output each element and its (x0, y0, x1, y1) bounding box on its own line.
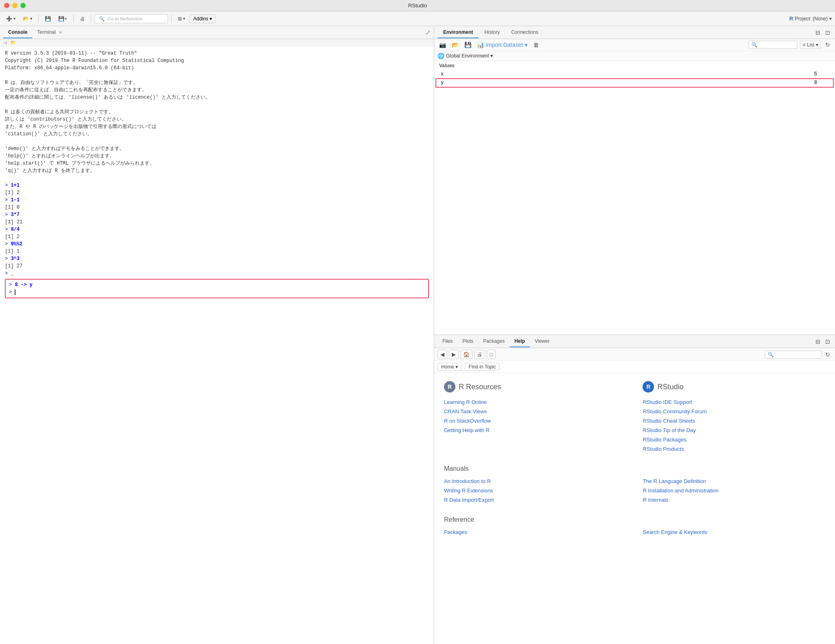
separator-4 (171, 15, 172, 23)
jp-line-11: 'q()' と入力すれば R を終了します。 (5, 167, 429, 174)
cheat-sheets-link[interactable]: RStudio Cheat Sheets (643, 418, 825, 424)
import-icon: 📊 (477, 42, 484, 48)
result-8/4: [1] 2 (5, 233, 429, 240)
forward-button[interactable]: ▶ (449, 350, 459, 359)
export-button[interactable]: □ (487, 350, 496, 359)
tip-of-day-link[interactable]: RStudio Tip of the Day (643, 427, 825, 433)
console-maximize-icon[interactable]: ⤢ (425, 29, 431, 36)
env-snapshot-icon[interactable]: 📷 (437, 41, 448, 49)
intro-r-link[interactable]: An Introduction to R (444, 478, 627, 484)
find-in-topic-button[interactable]: Find in Topic (465, 363, 499, 371)
manuals-right-title (643, 465, 825, 472)
var-x-name: x (436, 70, 573, 79)
variable-y-row: y 8 (436, 79, 833, 87)
env-maximize-icon[interactable]: ⊡ (824, 29, 832, 37)
ide-support-link[interactable]: RStudio IDE Support (643, 399, 825, 405)
main-layout: Console Terminal ✕ ⤢ ~/ 📁 R version 3.5.… (0, 26, 835, 644)
env-open-icon[interactable]: 📂 (450, 41, 460, 49)
save-all-button[interactable]: 💾+ (55, 14, 70, 23)
console-path: ~/ 📁 (0, 39, 434, 46)
env-toolbar: 📷 📂 💾 📊 Import Dataset ▾ 🗑 ≡ List ▾ ↻ (434, 39, 835, 51)
help-maximize-icon[interactable]: ⊡ (824, 337, 832, 346)
project-selector[interactable]: R Project: (None) ▾ (789, 15, 832, 22)
working-dir: ~/ (3, 40, 7, 45)
list-view-button[interactable]: ≡ List ▾ (800, 41, 821, 49)
console-current-input[interactable]: > 8 -> y > (5, 279, 429, 298)
help-search-input[interactable] (765, 351, 822, 359)
global-env-label: Global Environment (446, 53, 489, 59)
data-import-link[interactable]: R Data Import/Export (444, 497, 627, 503)
tab-environment[interactable]: Environment (437, 27, 479, 38)
community-link[interactable]: RStudio Community Forum (643, 408, 825, 415)
maximize-button[interactable] (20, 3, 26, 8)
help-minimize-icon[interactable]: ⊟ (814, 337, 822, 346)
tab-help[interactable]: Help (510, 336, 530, 347)
cmd-1-1: > 1-1 (5, 196, 429, 204)
import-dataset-button[interactable]: 📊 Import Dataset ▾ (475, 41, 529, 49)
addins-button[interactable]: Addins ▾ (190, 14, 216, 23)
cran-task-link[interactable]: CRAN Task Views (444, 408, 627, 415)
products-link[interactable]: RStudio Products (643, 446, 825, 452)
packages-link[interactable]: RStudio Packages (643, 437, 825, 443)
close-button[interactable] (4, 3, 9, 8)
new-file-button[interactable]: ➕ ▾ (3, 14, 18, 23)
cmd-truncated: > _ (5, 270, 429, 277)
separator-1 (38, 15, 39, 23)
global-env-selector[interactable]: 🌐 Global Environment ▾ (437, 53, 493, 59)
open-project-button[interactable]: 📂 ▾ (20, 14, 35, 23)
print-button[interactable]: 🖨 (77, 14, 88, 23)
env-minimize-icon[interactable]: ⊟ (814, 29, 822, 37)
tab-history[interactable]: History (479, 27, 505, 38)
help-refresh-icon[interactable]: ↻ (824, 351, 832, 359)
jp-line-2: 一定の条件に従えば、自由にこれを再配布することができます。 (5, 86, 429, 94)
console-tabs: Console Terminal ✕ ⤢ (0, 26, 434, 39)
global-env-chevron: ▾ (490, 53, 493, 59)
learning-r-link[interactable]: Learning R Online (444, 399, 627, 405)
getting-help-link[interactable]: Getting Help with R (444, 427, 627, 433)
tab-viewer[interactable]: Viewer (530, 336, 554, 347)
env-refresh-icon[interactable]: ↻ (824, 41, 832, 49)
import-dataset-label: Import Dataset (486, 42, 523, 48)
cmd-1+1: > 1+1 (5, 182, 429, 189)
console-content[interactable]: R version 3.5.3 (2019-03-11) -- "Great T… (0, 46, 434, 644)
r-resources-logo: R (444, 381, 455, 393)
tab-terminal[interactable]: Terminal ✕ (32, 27, 67, 38)
minimize-button[interactable] (12, 3, 18, 8)
tab-plots[interactable]: Plots (457, 336, 478, 347)
packages-ref-link[interactable]: Packages (444, 529, 627, 535)
result-3^3: [1] 27 (5, 262, 429, 270)
tab-console[interactable]: Console (3, 27, 32, 38)
env-save-icon[interactable]: 💾 (463, 41, 473, 49)
rstudio-title: RStudio (657, 383, 683, 391)
addins-label: Addins (193, 16, 208, 22)
main-toolbar: ➕ ▾ 📂 ▾ 💾 💾+ 🖨 🔍 Go to file/function ⊞ ▾… (0, 11, 835, 26)
writing-extensions-link[interactable]: Writing R Extensions (444, 487, 627, 494)
tab-files[interactable]: Files (437, 336, 457, 347)
search-engine-link[interactable]: Search Engine & Keywords (643, 529, 825, 535)
env-search-input[interactable] (749, 41, 797, 49)
r-install-link[interactable]: R Installation and Administration (643, 487, 825, 494)
clear-env-icon[interactable]: 🗑 (532, 41, 541, 49)
print-button[interactable]: 🖨 (474, 350, 485, 359)
tab-packages[interactable]: Packages (478, 336, 510, 347)
back-button[interactable]: ◀ (437, 350, 447, 359)
r-internals-link[interactable]: R Internals (643, 497, 825, 503)
jp-line-4: R は多くの貢献者による共同プロジェクトです。 (5, 108, 429, 116)
help-tabs: Files Plots Packages Help Viewer ⊟ ⊡ (434, 335, 835, 348)
help-content: R R Resources Learning R Online CRAN Tas… (434, 373, 835, 644)
r-resources-brand: R R Resources (444, 381, 627, 393)
result-3*7: [1] 21 (5, 218, 429, 226)
save-button[interactable]: 💾 (42, 14, 54, 23)
home-nav-button[interactable]: 🏠 (460, 350, 473, 359)
goto-input[interactable]: 🔍 Go to file/function (95, 14, 168, 23)
help-panel: Files Plots Packages Help Viewer ⊟ ⊡ ◀ ▶… (434, 335, 835, 644)
close-terminal-icon[interactable]: ✕ (59, 30, 62, 35)
tab-connections[interactable]: Connections (506, 27, 544, 38)
manuals-column: Manuals An Introduction to R Writing R E… (444, 465, 627, 506)
stackoverflow-link[interactable]: R on StackOverflow (444, 418, 627, 424)
grid-button[interactable]: ⊞ ▾ (175, 14, 188, 23)
jp-line-8: 'demo()' と入力すればデモをみることができます。 (5, 145, 429, 152)
r-language-link[interactable]: The R Language Definition (643, 478, 825, 484)
help-home-button[interactable]: Home ▾ (437, 363, 462, 371)
window-controls (4, 3, 26, 8)
